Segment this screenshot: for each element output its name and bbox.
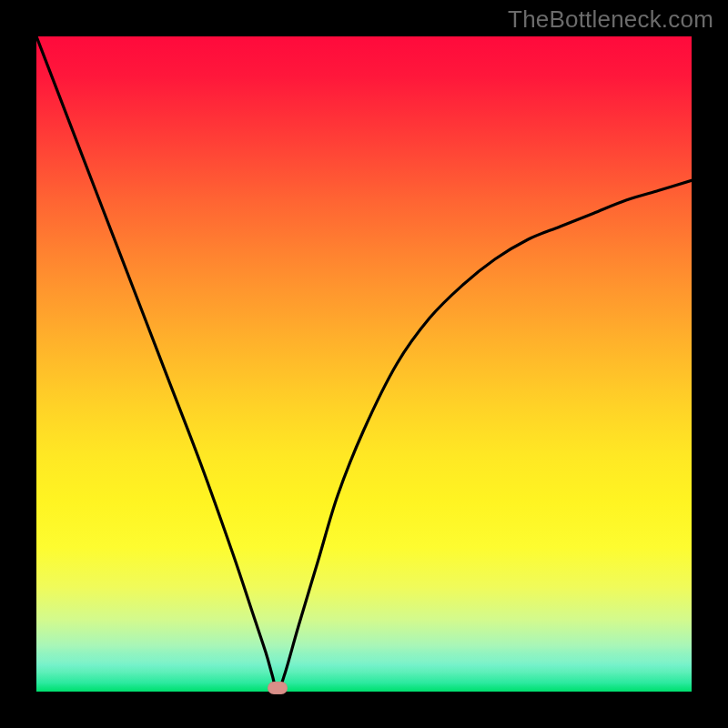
minimum-marker bbox=[268, 682, 288, 694]
chart-curve-svg bbox=[36, 36, 692, 692]
watermark-text: TheBottleneck.com bbox=[508, 5, 713, 34]
bottleneck-curve-path bbox=[36, 36, 692, 692]
chart-plot-area bbox=[36, 36, 692, 692]
